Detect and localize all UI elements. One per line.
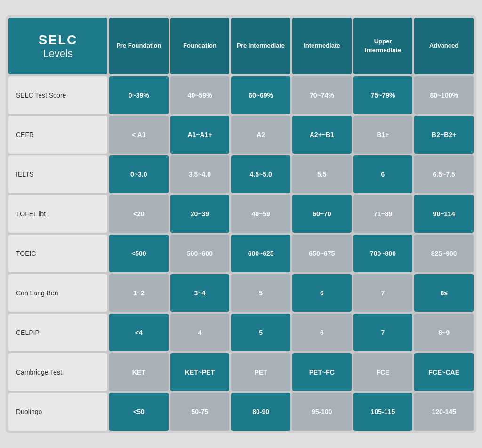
cell-r3-c1: 20~39: [170, 195, 230, 233]
cell-r1-c5: B2~B2+: [414, 116, 474, 154]
cell-r7-c0: KET: [109, 353, 169, 391]
row-label-4: TOEIC: [8, 235, 107, 272]
row-label-7: Cambridge Test: [8, 353, 107, 391]
cell-r2-c4: 6: [353, 155, 413, 193]
cell-r6-c2: 5: [231, 314, 290, 351]
cell-r4-c4: 700~800: [353, 235, 413, 272]
cell-r3-c5: 90~114: [414, 195, 474, 233]
header-col-4: Upper Intermediate: [353, 18, 413, 74]
cell-r3-c3: 60~70: [292, 195, 352, 233]
logo-selc: SELC: [39, 33, 78, 48]
cell-r6-c3: 6: [292, 314, 352, 351]
cell-r0-c2: 60~69%: [231, 76, 290, 114]
header-col-1: Foundation: [170, 18, 230, 74]
cell-r7-c3: PET~FC: [292, 353, 352, 391]
cell-r2-c5: 6.5~7.5: [414, 155, 474, 193]
cell-r4-c1: 500~600: [170, 235, 230, 272]
cell-r8-c4: 105-115: [353, 393, 413, 431]
row-label-8: Duolingo: [8, 393, 107, 431]
row-label-5: Can Lang Ben: [8, 274, 107, 312]
cell-r7-c5: FCE~CAE: [414, 353, 474, 391]
header-col-0: Pre Foundation: [109, 18, 169, 74]
cell-r2-c0: 0~3.0: [109, 155, 169, 193]
cell-r7-c2: PET: [231, 353, 290, 391]
cell-r3-c0: <20: [109, 195, 169, 233]
header-col-2: Pre Intermediate: [231, 18, 290, 74]
cell-r5-c0: 1~2: [109, 274, 169, 312]
cell-r4-c3: 650~675: [292, 235, 352, 272]
cell-r6-c4: 7: [353, 314, 413, 351]
cell-r3-c4: 71~89: [353, 195, 413, 233]
logo-levels: Levels: [43, 48, 73, 60]
row-label-2: IELTS: [8, 155, 107, 193]
cell-r5-c3: 6: [292, 274, 352, 312]
cell-r6-c5: 8~9: [414, 314, 474, 351]
cell-r7-c4: FCE: [353, 353, 413, 391]
cell-r1-c4: B1+: [353, 116, 413, 154]
cell-r2-c1: 3.5~4.0: [170, 155, 230, 193]
cell-r4-c2: 600~625: [231, 235, 290, 272]
cell-r0-c1: 40~59%: [170, 76, 230, 114]
cell-r4-c5: 825~900: [414, 235, 474, 272]
cell-r6-c1: 4: [170, 314, 230, 351]
cell-r0-c3: 70~74%: [292, 76, 352, 114]
row-label-0: SELC Test Score: [8, 76, 107, 114]
cell-r5-c2: 5: [231, 274, 290, 312]
cell-r0-c5: 80~100%: [414, 76, 474, 114]
cell-r0-c4: 75~79%: [353, 76, 413, 114]
cell-r1-c3: A2+~B1: [292, 116, 352, 154]
cell-r5-c1: 3~4: [170, 274, 230, 312]
cell-r2-c2: 4.5~5.0: [231, 155, 290, 193]
cell-r8-c1: 50-75: [170, 393, 230, 431]
cell-r8-c0: <50: [109, 393, 169, 431]
cell-r1-c0: < A1: [109, 116, 169, 154]
header-col-5: Advanced: [414, 18, 474, 74]
cell-r3-c2: 40~59: [231, 195, 290, 233]
row-label-6: CELPIP: [8, 314, 107, 351]
row-label-1: CEFR: [8, 116, 107, 154]
cell-r1-c1: A1~A1+: [170, 116, 230, 154]
cell-r0-c0: 0~39%: [109, 76, 169, 114]
cell-r7-c1: KET~PET: [170, 353, 230, 391]
cell-r5-c5: 8≤: [414, 274, 474, 312]
cell-r1-c2: A2: [231, 116, 290, 154]
logo-cell: SELCLevels: [8, 18, 107, 74]
cell-r8-c3: 95-100: [292, 393, 352, 431]
row-label-3: TOFEL ibt: [8, 195, 107, 233]
selc-levels-table: SELCLevelsPre FoundationFoundationPre In…: [6, 15, 476, 433]
cell-r5-c4: 7: [353, 274, 413, 312]
header-col-3: Intermediate: [292, 18, 352, 74]
cell-r4-c0: <500: [109, 235, 169, 272]
cell-r6-c0: <4: [109, 314, 169, 351]
cell-r8-c5: 120-145: [414, 393, 474, 431]
cell-r8-c2: 80-90: [231, 393, 290, 431]
cell-r2-c3: 5.5: [292, 155, 352, 193]
